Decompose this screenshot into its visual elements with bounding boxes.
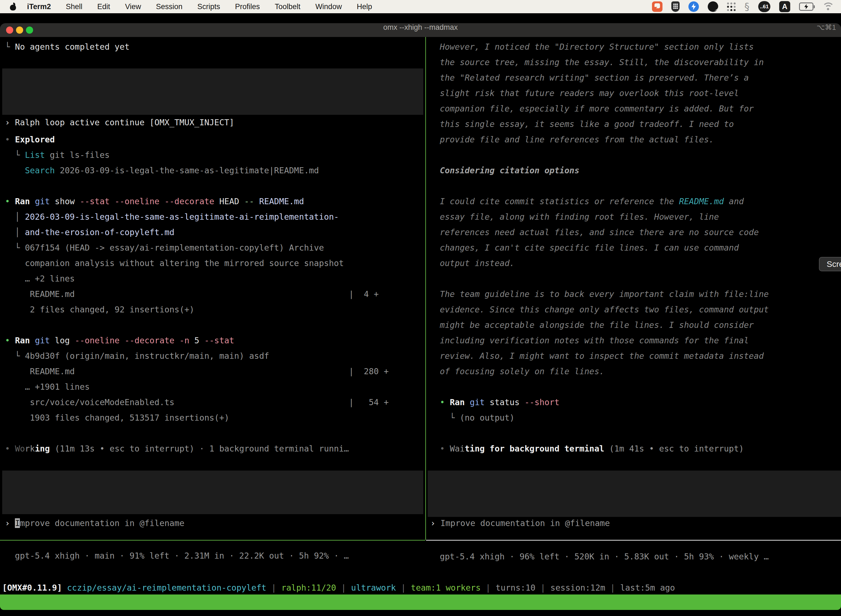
- terminal-line: provide file and line references from th…: [440, 132, 769, 147]
- terminal-line: might be acceptable alongside the file l…: [440, 317, 769, 333]
- terminal-line: └ (no output): [440, 410, 769, 425]
- terminal-line: references need actual files, and since …: [440, 224, 769, 240]
- right-prompt-box[interactable]: › Improve documentation in @filename: [428, 471, 841, 517]
- terminal-line: companion analysis without altering the …: [5, 255, 389, 271]
- iterm2-window: omx --xhigh --madmax ⌥⌘1 └ No agents com…: [0, 23, 841, 610]
- terminal-line: • Waiting for background terminal (1m 41…: [440, 441, 769, 456]
- terminal-line: … +1901 lines: [5, 379, 389, 395]
- menu-item-shell[interactable]: Shell: [66, 3, 82, 11]
- terminal-line: including verification notes with those …: [440, 333, 769, 348]
- squiggle-icon[interactable]: §: [744, 0, 749, 13]
- battery-icon[interactable]: [799, 0, 813, 13]
- terminal-line: … +2 lines: [5, 271, 389, 286]
- menu-item-edit[interactable]: Edit: [97, 3, 110, 11]
- terminal-line: review. Also, I might want to inspect th…: [440, 348, 769, 364]
- letter-a-icon[interactable]: A: [779, 0, 790, 13]
- chat-app-icon[interactable]: [652, 0, 662, 13]
- active-pane-bottom-border: [0, 540, 425, 541]
- terminal-line: └ List git ls-files: [5, 147, 389, 163]
- terminal-line: evidence. Since this change only affects…: [440, 302, 769, 317]
- terminal-line: [440, 147, 769, 163]
- menu-item-help[interactable]: Help: [357, 3, 372, 11]
- terminal-line: I could cite commit statistics or refere…: [440, 194, 769, 209]
- terminal-line: output instead.: [440, 255, 769, 271]
- window-title: omx --xhigh --madmax: [0, 23, 841, 32]
- screen-tooltip: Scre: [819, 257, 841, 271]
- menu-item-view[interactable]: View: [125, 3, 141, 11]
- terminal-line: the source tree, missing the essay. Stil…: [440, 55, 769, 70]
- wifi-icon[interactable]: [822, 0, 834, 13]
- terminal-line: of focusing solely on file lines.: [440, 364, 769, 379]
- tmux-status-bar: [omx-cczip0:bash* "MacBook-Pro-44.local"…: [0, 594, 841, 610]
- window-shortcut-hint: ⌥⌘1: [817, 23, 836, 32]
- terminal-line: [5, 317, 389, 333]
- menu-item-scripts[interactable]: Scripts: [197, 3, 220, 11]
- terminal-line: [440, 178, 769, 194]
- terminal-line: this single essay, it seems like a good …: [440, 116, 769, 132]
- terminal-line: README.md | 4 +: [5, 286, 389, 302]
- zoom-window-button[interactable]: [26, 26, 33, 34]
- terminal-line: The team guideline is to back every impo…: [440, 286, 769, 302]
- badge-61-icon[interactable]: ..61: [758, 0, 771, 13]
- terminal-line: 1903 files changed, 513517 insertions(+): [5, 410, 389, 425]
- menu-item-window[interactable]: Window: [315, 3, 342, 11]
- terminal-line: [440, 271, 769, 286]
- terminal-line: │ 2026-03-09-is-legal-the-same-as-legiti…: [5, 209, 389, 224]
- menu-bar-status-icons: § ..61 A: [652, 0, 841, 13]
- terminal-line: README.md | 280 +: [5, 364, 389, 379]
- terminal-line: • Ran git show --stat --oneline --decora…: [5, 194, 389, 209]
- terminal-line: • Ran git log --oneline --decorate -n 5 …: [5, 333, 389, 348]
- terminal-line: [5, 178, 389, 194]
- terminal-line: changes, I can't cite specific file line…: [440, 240, 769, 255]
- macos-menu-bar: iTerm2 Shell Edit View Session Scripts P…: [0, 0, 841, 13]
- left-pane-transcript: • Explored └ List git ls-files Search 20…: [5, 132, 389, 456]
- terminal-line: essay file, along with finding root file…: [440, 209, 769, 224]
- terminal-line: └ 4b9d30f (origin/main, instructkr/main,…: [5, 348, 389, 364]
- terminal-line: └ No agents completed yet: [5, 39, 130, 55]
- blue-bolt-icon[interactable]: [689, 0, 699, 13]
- terminal-line: • Working (11m 13s • esc to interrupt) ·…: [5, 441, 389, 456]
- minimize-window-button[interactable]: [16, 26, 23, 34]
- terminal-line: [440, 379, 769, 395]
- menu-item-session[interactable]: Session: [156, 3, 182, 11]
- tmux-pane-divider[interactable]: [425, 37, 426, 540]
- menu-item-profiles[interactable]: Profiles: [235, 3, 260, 11]
- terminal-line: the "Related research writing" section i…: [440, 70, 769, 85]
- ralph-loop-line: › Ralph loop active continue [OMX_TMUX_I…: [5, 115, 423, 130]
- terminal-line: Search 2026-03-09-is-legal-the-same-as-l…: [5, 163, 389, 178]
- terminal-area: └ No agents completed yet › Ralph loop a…: [0, 37, 841, 610]
- shield-grid-icon[interactable]: [671, 0, 680, 13]
- terminal-line: companion file, especially if more comme…: [440, 101, 769, 116]
- left-pane-agents-note: └ No agents completed yet: [5, 39, 130, 55]
- terminal-line: slight risk that future readers may over…: [440, 85, 769, 101]
- terminal-line: • Explored: [5, 132, 389, 147]
- terminal-line: • Ran git status --short: [440, 395, 769, 410]
- terminal-line: However, I noticed the "Directory Struct…: [440, 39, 769, 55]
- menu-item-iterm2[interactable]: iTerm2: [27, 3, 51, 11]
- dots-grid-icon[interactable]: [727, 0, 736, 13]
- terminal-line: │ and-the-erosion-of-copyleft.md: [5, 224, 389, 240]
- window-title-bar: omx --xhigh --madmax ⌥⌘1: [0, 23, 841, 37]
- ralph-loop-banner: › Ralph loop active continue [OMX_TMUX_I…: [2, 69, 423, 115]
- left-prompt-box[interactable]: › Improve documentation in @filename: [2, 471, 423, 514]
- apple-menu-icon[interactable]: [10, 3, 16, 10]
- right-pane-transcript: However, I noticed the "Directory Struct…: [440, 39, 769, 456]
- terminal-line: src/voice/voiceModeEnabled.ts | 54 +: [5, 395, 389, 410]
- terminal-line: Considering citation options: [440, 163, 769, 178]
- crescent-icon[interactable]: [708, 0, 718, 13]
- terminal-line: 2 files changed, 92 insertions(+): [5, 302, 389, 317]
- terminal-line: └ 067f154 (HEAD -> essay/ai-reimplementa…: [5, 240, 389, 255]
- menu-item-toolbelt[interactable]: Toolbelt: [275, 3, 300, 11]
- terminal-line: [5, 425, 389, 441]
- terminal-line: [440, 425, 769, 441]
- close-window-button[interactable]: [6, 26, 13, 34]
